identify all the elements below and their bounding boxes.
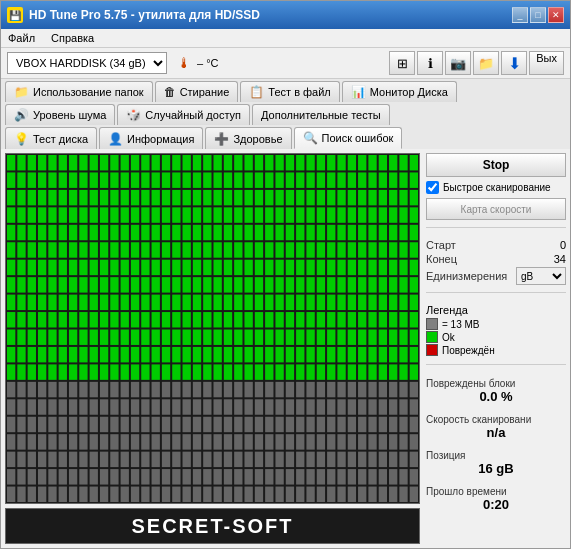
- tab-extra-tests[interactable]: Дополнительные тесты: [252, 104, 390, 125]
- watermark-text: SECRET-SOFT: [131, 515, 293, 538]
- legend-color-green: [426, 331, 438, 343]
- divider3: [426, 364, 566, 365]
- exit-button[interactable]: Вых: [529, 51, 564, 75]
- menu-bar: Файл Справка: [1, 29, 570, 48]
- tab-noise-label: Уровень шума: [33, 109, 106, 121]
- tab-random-access[interactable]: 🎲 Случайный доступ: [117, 104, 250, 125]
- legend-title: Легенда: [426, 304, 566, 316]
- elapsed-section: Прошло времени 0:20: [426, 486, 566, 512]
- file-test-tab-icon: 📋: [249, 85, 264, 99]
- temp-value: – °C: [197, 57, 219, 69]
- legend-item-gray: = 13 MB: [426, 318, 566, 330]
- health-tab-icon: ➕: [214, 132, 229, 146]
- scan-info-section: Старт 0 Конец 34 Единизмерения gB: [426, 239, 566, 285]
- tab-random-access-label: Случайный доступ: [145, 109, 241, 121]
- tab-disk-test-label: Тест диска: [33, 133, 88, 145]
- legend-section: Легенда = 13 MB Ok Повреждён: [426, 304, 566, 357]
- tab-disk-monitor[interactable]: 📊 Монитор Диска: [342, 81, 457, 102]
- tab-folder-usage[interactable]: 📁 Использование папок: [5, 81, 153, 102]
- tab-erase[interactable]: 🗑 Стирание: [155, 81, 239, 102]
- thermometer-icon: 🌡: [175, 54, 193, 72]
- divider2: [426, 292, 566, 293]
- position-section: Позиция 16 gB: [426, 450, 566, 476]
- tab-file-test[interactable]: 📋 Тест в файл: [240, 81, 339, 102]
- tab-folder-usage-label: Использование папок: [33, 86, 144, 98]
- units-label: Единизмерения: [426, 270, 507, 282]
- legend-label-green: Ok: [442, 332, 455, 343]
- tab-disk-test[interactable]: 💡 Тест диска: [5, 127, 97, 149]
- fast-scan-row: Быстрое сканирование: [426, 181, 566, 194]
- scan-grid: [5, 153, 420, 504]
- main-area: SECRET-SOFT Stop Быстрое сканирование Ка…: [1, 149, 570, 548]
- position-label: Позиция: [426, 450, 566, 461]
- tab-health[interactable]: ➕ Здоровье: [205, 127, 291, 149]
- close-button[interactable]: ✕: [548, 7, 564, 23]
- scan-speed-label: Скорость сканировани: [426, 414, 566, 425]
- menu-file[interactable]: Файл: [5, 31, 38, 45]
- legend-label-gray: = 13 MB: [442, 319, 480, 330]
- legend-item-red: Повреждён: [426, 344, 566, 356]
- scan-speed-section: Скорость сканировани n/a: [426, 414, 566, 440]
- tab-error-scan[interactable]: 🔍 Поиск ошибок: [294, 127, 403, 149]
- tab-info[interactable]: 👤 Информация: [99, 127, 203, 149]
- title-bar-left: 💾 HD Tune Pro 5.75 - утилита для HD/SSD: [7, 7, 260, 23]
- random-tab-icon: 🎲: [126, 108, 141, 122]
- maximize-button[interactable]: □: [530, 7, 546, 23]
- info-tab-icon: 👤: [108, 132, 123, 146]
- legend-label-red: Повреждён: [442, 345, 495, 356]
- disk-test-tab-icon: 💡: [14, 132, 29, 146]
- fast-scan-label: Быстрое сканирование: [443, 182, 551, 193]
- scan-tab-icon: 🔍: [303, 131, 318, 145]
- tab-extra-tests-label: Дополнительные тесты: [261, 109, 381, 121]
- tabs-row2: 🔊 Уровень шума 🎲 Случайный доступ Дополн…: [1, 102, 570, 125]
- folder-tab-icon: 📁: [14, 85, 29, 99]
- position-value: 16 gB: [426, 461, 566, 476]
- watermark-bar: SECRET-SOFT: [5, 508, 420, 544]
- start-value: 0: [560, 239, 566, 251]
- copy-icon-button[interactable]: ⊞: [389, 51, 415, 75]
- tab-file-test-label: Тест в файл: [268, 86, 330, 98]
- damaged-blocks-label: Повреждены блоки: [426, 378, 566, 389]
- erase-tab-icon: 🗑: [164, 85, 176, 99]
- end-label: Конец: [426, 253, 457, 265]
- right-panel: Stop Быстрое сканирование Карта скорости…: [426, 153, 566, 544]
- tabs-row1: 📁 Использование папок 🗑 Стирание 📋 Тест …: [1, 79, 570, 102]
- units-select[interactable]: gB: [516, 267, 566, 285]
- damaged-blocks-value: 0.0 %: [426, 389, 566, 404]
- disk-select[interactable]: VBOX HARDDISK (34 gB): [7, 52, 167, 74]
- toolbar: VBOX HARDDISK (34 gB) 🌡 – °C ⊞ ℹ 📷 📁 ⬇ В…: [1, 48, 570, 79]
- stop-button[interactable]: Stop: [426, 153, 566, 177]
- fast-scan-checkbox[interactable]: [426, 181, 439, 194]
- tab-error-scan-label: Поиск ошибок: [322, 132, 394, 144]
- scan-canvas: [6, 154, 419, 503]
- legend-color-gray: [426, 318, 438, 330]
- start-label: Старт: [426, 239, 456, 251]
- legend-color-red: [426, 344, 438, 356]
- tabs-row3: 💡 Тест диска 👤 Информация ➕ Здоровье 🔍 П…: [1, 125, 570, 149]
- scan-speed-value: n/a: [426, 425, 566, 440]
- minimize-button[interactable]: _: [512, 7, 528, 23]
- tab-erase-label: Стирание: [180, 86, 230, 98]
- window-title: HD Tune Pro 5.75 - утилита для HD/SSD: [29, 8, 260, 22]
- main-window: 💾 HD Tune Pro 5.75 - утилита для HD/SSD …: [0, 0, 571, 549]
- title-bar: 💾 HD Tune Pro 5.75 - утилита для HD/SSD …: [1, 1, 570, 29]
- toolbar-icons: ⊞ ℹ 📷 📁 ⬇ Вых: [389, 51, 564, 75]
- download-icon-button[interactable]: ⬇: [501, 51, 527, 75]
- end-row: Конец 34: [426, 253, 566, 265]
- elapsed-value: 0:20: [426, 497, 566, 512]
- menu-help[interactable]: Справка: [48, 31, 97, 45]
- info-icon-button[interactable]: ℹ: [417, 51, 443, 75]
- elapsed-label: Прошло времени: [426, 486, 566, 497]
- app-icon: 💾: [7, 7, 23, 23]
- temp-display: 🌡 – °C: [175, 54, 219, 72]
- tab-noise[interactable]: 🔊 Уровень шума: [5, 104, 115, 125]
- damaged-blocks-section: Повреждены блоки 0.0 %: [426, 378, 566, 404]
- start-row: Старт 0: [426, 239, 566, 251]
- units-row: Единизмерения gB: [426, 267, 566, 285]
- monitor-tab-icon: 📊: [351, 85, 366, 99]
- tab-health-label: Здоровье: [233, 133, 282, 145]
- title-controls: _ □ ✕: [512, 7, 564, 23]
- folder-icon-button[interactable]: 📁: [473, 51, 499, 75]
- speed-map-button[interactable]: Карта скорости: [426, 198, 566, 220]
- camera-icon-button[interactable]: 📷: [445, 51, 471, 75]
